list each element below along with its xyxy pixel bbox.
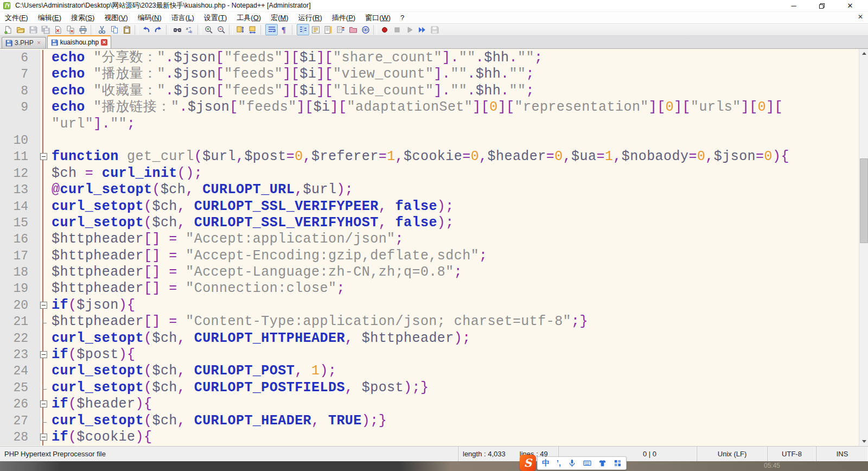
skin-icon[interactable]	[598, 459, 607, 467]
paste-button[interactable]	[120, 24, 133, 35]
line-number[interactable]: 16	[0, 231, 40, 247]
line-number[interactable]: 14	[0, 199, 40, 215]
code-text[interactable]: curl_setopt($ch, CURLOPT_SSL_VERIFYPEER,…	[50, 199, 454, 215]
line-number[interactable]: 8	[0, 83, 40, 99]
code-text[interactable]: echo "收藏量：".$json["feeds"][$i]["like_cou…	[50, 83, 534, 99]
code-text[interactable]: curl_setopt($ch, CURLOPT_POSTFIELDS, $po…	[50, 380, 429, 396]
menu-item[interactable]: 编码(N)	[133, 12, 167, 23]
zoom-out-button[interactable]	[215, 24, 227, 35]
fold-margin[interactable]	[40, 166, 50, 182]
fold-margin[interactable]	[40, 396, 50, 412]
tab-close-icon[interactable]: ✕	[36, 40, 42, 46]
minimize-button[interactable]: ─	[788, 2, 800, 10]
find-button[interactable]	[171, 24, 183, 35]
fold-margin[interactable]	[40, 248, 50, 264]
code-text[interactable]: echo "播放量：".$json["feeds"][$i]["view_cou…	[50, 66, 534, 82]
soft-keyboard-icon[interactable]	[583, 459, 591, 467]
redo-button[interactable]	[152, 24, 164, 35]
code-text[interactable]: function get_curl($url,$post=0,$referer=…	[50, 149, 789, 165]
code-text[interactable]	[50, 132, 52, 149]
fold-margin[interactable]	[40, 182, 50, 198]
chinese-mode-icon[interactable]: 中	[542, 459, 550, 467]
line-number[interactable]: 21	[0, 314, 40, 330]
sync-horizontal-scrolling-button[interactable]	[246, 24, 259, 35]
line-number[interactable]: 10	[0, 132, 40, 149]
tab-close-icon[interactable]: ✕	[101, 39, 107, 46]
fold-margin[interactable]	[40, 231, 50, 247]
code-text[interactable]: $httpheader[] = "Connection:close";	[50, 281, 345, 297]
tab-kuaishou-php[interactable]: kuaishou.php✕	[47, 35, 111, 48]
word-wrap-button[interactable]	[265, 24, 278, 35]
line-number[interactable]: 25	[0, 380, 40, 396]
code-text[interactable]: echo "分享数：".$json["feeds"][$i]["share_co…	[50, 50, 542, 66]
line-number[interactable]: 23	[0, 347, 40, 363]
fold-margin[interactable]	[40, 149, 50, 165]
document-map-button[interactable]	[322, 24, 334, 35]
scroll-down-button[interactable]	[859, 437, 868, 446]
code-text[interactable]: curl_setopt($ch, CURLOPT_POST, 1);	[50, 363, 336, 379]
tab-3-php[interactable]: 3.PHP✕	[2, 37, 46, 48]
menu-item[interactable]: 工具(O)	[232, 12, 266, 23]
scroll-up-button[interactable]	[859, 49, 868, 58]
fold-collapse-icon[interactable]	[40, 351, 47, 358]
voice-input-icon[interactable]	[568, 459, 576, 467]
menu-item[interactable]: 编辑(E)	[33, 12, 66, 23]
scrollbar-thumb[interactable]	[860, 158, 868, 243]
menu-item[interactable]: ?	[395, 12, 409, 23]
undo-button[interactable]	[139, 24, 152, 35]
line-number[interactable]: 19	[0, 281, 40, 297]
fold-margin[interactable]	[40, 264, 50, 281]
line-number[interactable]: 9	[0, 99, 40, 116]
status-insert-mode[interactable]: INS	[816, 447, 868, 461]
line-number[interactable]: 7	[0, 66, 40, 82]
code-text[interactable]: echo "播放链接：".$json["feeds"][$i]["adaptat…	[50, 99, 783, 116]
line-number[interactable]: 12	[0, 166, 40, 182]
code-text[interactable]: $httpheader[] = "Accept-Language:zh-CN,z…	[50, 264, 462, 281]
line-number[interactable]: 26	[0, 396, 40, 412]
fold-margin[interactable]	[40, 413, 50, 429]
line-number[interactable]: 28	[0, 429, 40, 445]
line-number[interactable]: 22	[0, 330, 40, 347]
toolbox-icon[interactable]	[614, 459, 622, 467]
sync-vertical-scrolling-button[interactable]	[234, 24, 246, 35]
macro-record-button[interactable]	[378, 24, 391, 35]
folder-as-workspace-button[interactable]	[347, 24, 359, 35]
fold-margin[interactable]	[40, 83, 50, 99]
new-file-button[interactable]	[2, 24, 14, 35]
code-text[interactable]: $httpheader[] = "Content-Type:applicatio…	[50, 314, 588, 330]
line-number[interactable]: 20	[0, 297, 40, 314]
fold-margin[interactable]	[40, 99, 50, 116]
menu-item[interactable]: 运行(R)	[293, 12, 327, 23]
fold-margin[interactable]	[40, 314, 50, 330]
fold-margin[interactable]	[40, 363, 50, 379]
function-list-button[interactable]	[309, 24, 322, 35]
show-all-characters-button[interactable]: ¶	[278, 24, 290, 35]
menu-item[interactable]: 宏(M)	[266, 12, 293, 23]
code-text[interactable]: "url"]."";	[50, 116, 136, 132]
restore-button[interactable]	[816, 2, 828, 10]
menu-item[interactable]: 设置(T)	[199, 12, 232, 23]
fold-collapse-icon[interactable]	[40, 400, 47, 408]
fold-margin[interactable]	[40, 116, 50, 132]
code-text[interactable]: if($post){	[50, 347, 136, 363]
zoom-in-button[interactable]	[202, 24, 215, 35]
macro-run-multiple-button[interactable]	[416, 24, 428, 35]
menu-item[interactable]: 窗口(W)	[360, 12, 395, 23]
fold-margin[interactable]	[40, 215, 50, 231]
code-text[interactable]: $httpheader[] = "Accept:application/json…	[50, 231, 404, 247]
fold-margin[interactable]	[40, 199, 50, 215]
fold-margin[interactable]	[40, 330, 50, 347]
code-text[interactable]: $ch = curl_init();	[50, 166, 202, 182]
menu-item[interactable]: 插件(P)	[327, 12, 360, 23]
code-text[interactable]: @curl_setopt($ch, CURLOPT_URL,$url);	[50, 182, 353, 198]
file-monitoring-button[interactable]	[359, 24, 372, 35]
fold-margin[interactable]	[40, 429, 50, 445]
close-button[interactable]	[52, 24, 64, 35]
line-number[interactable]: 15	[0, 215, 40, 231]
fold-margin[interactable]	[40, 297, 50, 314]
fold-collapse-icon[interactable]	[40, 153, 47, 160]
vertical-scrollbar[interactable]	[859, 49, 868, 446]
menu-item[interactable]: 搜索(S)	[66, 12, 99, 23]
fold-margin[interactable]	[40, 132, 50, 149]
menu-item[interactable]: 语言(L)	[167, 12, 199, 23]
